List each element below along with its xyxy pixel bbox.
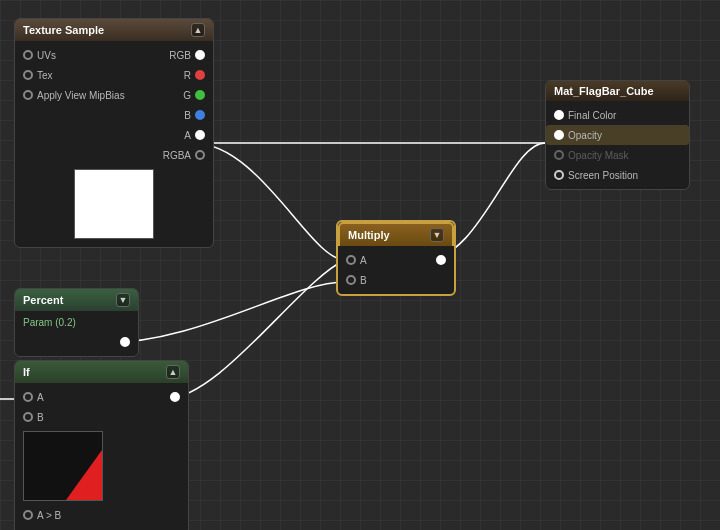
multiply-b-pin[interactable]: [346, 275, 356, 285]
r-label: R: [184, 70, 191, 81]
if-agb-row: A > B: [15, 505, 188, 525]
percent-param: Param (0.2): [15, 315, 138, 332]
multiply-body: A B: [338, 246, 454, 294]
multiply-a-row: A: [338, 250, 454, 270]
b-pin-right[interactable]: [195, 110, 205, 120]
tex-r-row: Tex R: [15, 65, 213, 85]
if-a-pin-left[interactable]: [23, 392, 33, 402]
rgb-pin-right[interactable]: [195, 50, 205, 60]
percent-node: Percent ▼ Param (0.2): [14, 288, 139, 357]
mat-screenpos-row: Screen Position: [546, 165, 689, 185]
r-pin-right[interactable]: [195, 70, 205, 80]
mat-title: Mat_FlagBar_Cube: [554, 85, 681, 97]
percent-expand[interactable]: ▼: [116, 293, 130, 307]
if-header: If ▲: [15, 361, 188, 383]
percent-title: Percent: [23, 294, 116, 306]
if-agb-label: A > B: [37, 510, 61, 521]
uvs-rgb-row: UVs RGB: [15, 45, 213, 65]
if-b-label: B: [37, 412, 44, 423]
mat-opacitymask-pin[interactable]: [554, 150, 564, 160]
mipbias-g-row: Apply View MipBias G: [15, 85, 213, 105]
if-preview-red: [57, 450, 102, 500]
if-b-row: B: [15, 407, 188, 427]
mat-finalcolor-label: Final Color: [568, 110, 616, 121]
rgb-label: RGB: [169, 50, 191, 61]
if-body: A B A > B A == B A < B: [15, 383, 188, 530]
texture-sample-expand[interactable]: ▲: [191, 23, 205, 37]
multiply-b-row: B: [338, 270, 454, 290]
if-node: If ▲ A B A > B A == B: [14, 360, 189, 530]
a-row: A: [15, 125, 213, 145]
g-pin-right[interactable]: [195, 90, 205, 100]
mat-screenpos-label: Screen Position: [568, 170, 638, 181]
multiply-expand[interactable]: ▼: [430, 228, 444, 242]
multiply-output-pin[interactable]: [436, 255, 446, 265]
mat-opacity-row: Opacity: [546, 125, 689, 145]
if-a-label: A: [37, 392, 44, 403]
uvs-label: UVs: [37, 50, 56, 61]
percent-body: Param (0.2): [15, 311, 138, 356]
mat-opacitymask-row: Opacity Mask: [546, 145, 689, 165]
texture-sample-node: Texture Sample ▲ UVs RGB Tex R Apply Vie…: [14, 18, 214, 248]
if-a-pin-right[interactable]: [170, 392, 180, 402]
multiply-header: Multiply ▼: [338, 222, 454, 246]
rgba-row: RGBA: [15, 145, 213, 165]
mipbias-pin-left[interactable]: [23, 90, 33, 100]
texture-preview: [74, 169, 154, 239]
uvs-pin-left[interactable]: [23, 50, 33, 60]
b-label: B: [184, 110, 191, 121]
if-preview: [23, 431, 103, 501]
rgba-pin-right[interactable]: [195, 150, 205, 160]
b-row: B: [15, 105, 213, 125]
multiply-a-pin-left[interactable]: [346, 255, 356, 265]
if-agb-pin[interactable]: [23, 510, 33, 520]
mat-body: Final Color Opacity Opacity Mask Screen …: [546, 101, 689, 189]
mat-finalcolor-pin[interactable]: [554, 110, 564, 120]
mat-opacity-label: Opacity: [568, 130, 602, 141]
a-label: A: [184, 130, 191, 141]
mat-finalcolor-row: Final Color: [546, 105, 689, 125]
multiply-a-label: A: [360, 255, 367, 266]
if-aeqb-row: A == B: [15, 525, 188, 530]
texture-sample-header: Texture Sample ▲: [15, 19, 213, 41]
percent-header: Percent ▼: [15, 289, 138, 311]
percent-output-row: [15, 332, 138, 352]
texture-sample-title: Texture Sample: [23, 24, 191, 36]
multiply-b-label: B: [360, 275, 367, 286]
mipbias-label: Apply View MipBias: [37, 90, 125, 101]
mat-node: Mat_FlagBar_Cube Final Color Opacity Opa…: [545, 80, 690, 190]
multiply-title: Multiply: [348, 229, 430, 241]
percent-output-pin[interactable]: [120, 337, 130, 347]
texture-sample-body: UVs RGB Tex R Apply View MipBias G B: [15, 41, 213, 247]
a-pin-right[interactable]: [195, 130, 205, 140]
tex-pin-left[interactable]: [23, 70, 33, 80]
mat-opacity-pin[interactable]: [554, 130, 564, 140]
rgba-label: RGBA: [163, 150, 191, 161]
mat-screenpos-pin[interactable]: [554, 170, 564, 180]
if-expand[interactable]: ▲: [166, 365, 180, 379]
if-b-pin[interactable]: [23, 412, 33, 422]
mat-opacitymask-label: Opacity Mask: [568, 150, 629, 161]
multiply-node: Multiply ▼ A B: [336, 220, 456, 296]
if-a-row: A: [15, 387, 188, 407]
mat-header: Mat_FlagBar_Cube: [546, 81, 689, 101]
tex-label: Tex: [37, 70, 53, 81]
g-label: G: [183, 90, 191, 101]
if-title: If: [23, 366, 166, 378]
